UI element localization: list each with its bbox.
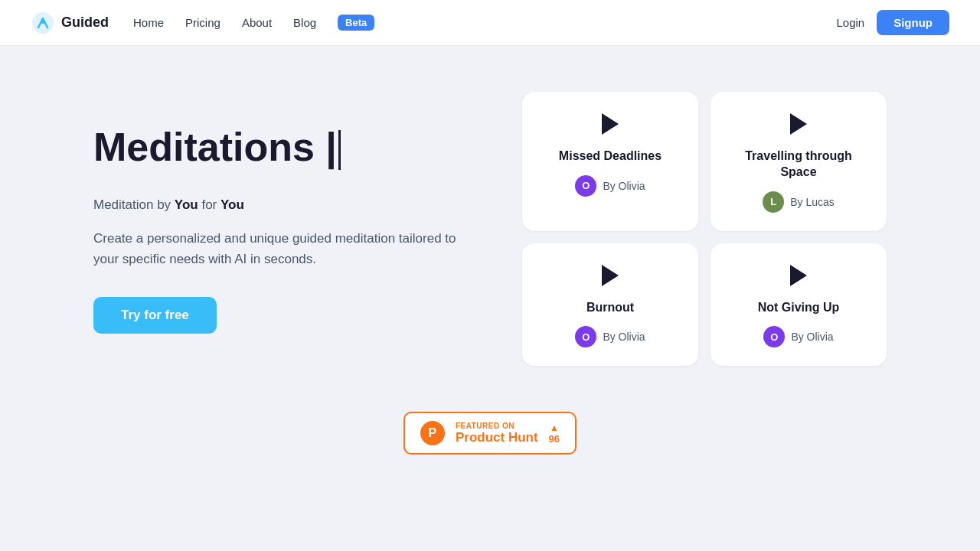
avatar: O bbox=[575, 326, 596, 347]
beta-badge: Beta bbox=[338, 15, 374, 31]
nav-links: Home Pricing About Blog Beta bbox=[133, 15, 836, 31]
cursor bbox=[338, 130, 341, 170]
nav-pricing[interactable]: Pricing bbox=[185, 16, 220, 29]
hero-subtitle: Meditation by You for You bbox=[93, 194, 476, 215]
avatar: L bbox=[763, 191, 784, 213]
card-title: Missed Deadlines bbox=[559, 148, 662, 165]
ph-votes: ▲ 96 bbox=[549, 422, 560, 445]
svg-point-1 bbox=[41, 19, 45, 24]
ph-featured-label: FEATURED ON bbox=[456, 422, 538, 430]
meditation-cards-grid: Missed Deadlines O By Olivia Travelling … bbox=[522, 92, 887, 366]
hero-description: Create a personalized and unique guided … bbox=[93, 228, 476, 269]
hero-title: Meditations | bbox=[93, 125, 476, 171]
nav-right: Login Signup bbox=[836, 10, 949, 35]
product-hunt-section: P FEATURED ON Product Hunt ▲ 96 bbox=[0, 396, 980, 485]
hero-you2: You bbox=[220, 197, 244, 212]
card-title: Not Giving Up bbox=[758, 300, 840, 316]
ph-name: Product Hunt bbox=[456, 430, 538, 445]
signup-button[interactable]: Signup bbox=[877, 10, 949, 35]
ph-vote-count: 96 bbox=[549, 433, 560, 445]
login-button[interactable]: Login bbox=[836, 16, 864, 29]
card-not-giving-up[interactable]: Not Giving Up O By Olivia bbox=[710, 243, 887, 367]
ph-arrow-icon: ▲ bbox=[550, 422, 559, 433]
card-title: Travelling through Space bbox=[729, 148, 868, 181]
hero-section: Meditations | Meditation by You for You … bbox=[93, 125, 476, 334]
card-burnout[interactable]: Burnout O By Olivia bbox=[522, 243, 698, 367]
card-author: O By Olivia bbox=[763, 326, 833, 347]
card-author: O By Olivia bbox=[575, 175, 645, 197]
card-title: Burnout bbox=[586, 300, 634, 316]
product-hunt-text: FEATURED ON Product Hunt bbox=[456, 422, 538, 445]
play-icon bbox=[790, 265, 807, 286]
logo-icon bbox=[31, 11, 55, 35]
hero-you1: You bbox=[175, 197, 198, 212]
card-author: O By Olivia bbox=[575, 326, 645, 347]
logo-link[interactable]: Guided bbox=[31, 11, 109, 35]
card-travelling-space[interactable]: Travelling through Space L By Lucas bbox=[710, 92, 887, 231]
card-author: L By Lucas bbox=[763, 191, 835, 213]
play-icon bbox=[602, 113, 619, 135]
play-icon bbox=[790, 113, 807, 135]
main-content: Meditations | Meditation by You for You … bbox=[0, 46, 980, 396]
product-hunt-icon: P bbox=[420, 421, 445, 445]
navigation: Guided Home Pricing About Blog Beta Logi… bbox=[0, 0, 980, 46]
nav-home[interactable]: Home bbox=[133, 16, 164, 29]
play-icon bbox=[602, 265, 619, 286]
avatar: O bbox=[763, 326, 785, 347]
try-for-free-button[interactable]: Try for free bbox=[93, 297, 217, 334]
card-missed-deadlines[interactable]: Missed Deadlines O By Olivia bbox=[522, 92, 698, 231]
nav-about[interactable]: About bbox=[242, 16, 272, 29]
product-hunt-badge[interactable]: P FEATURED ON Product Hunt ▲ 96 bbox=[403, 412, 577, 455]
avatar: O bbox=[575, 175, 596, 197]
logo-text: Guided bbox=[61, 15, 109, 31]
nav-blog[interactable]: Blog bbox=[293, 16, 316, 29]
